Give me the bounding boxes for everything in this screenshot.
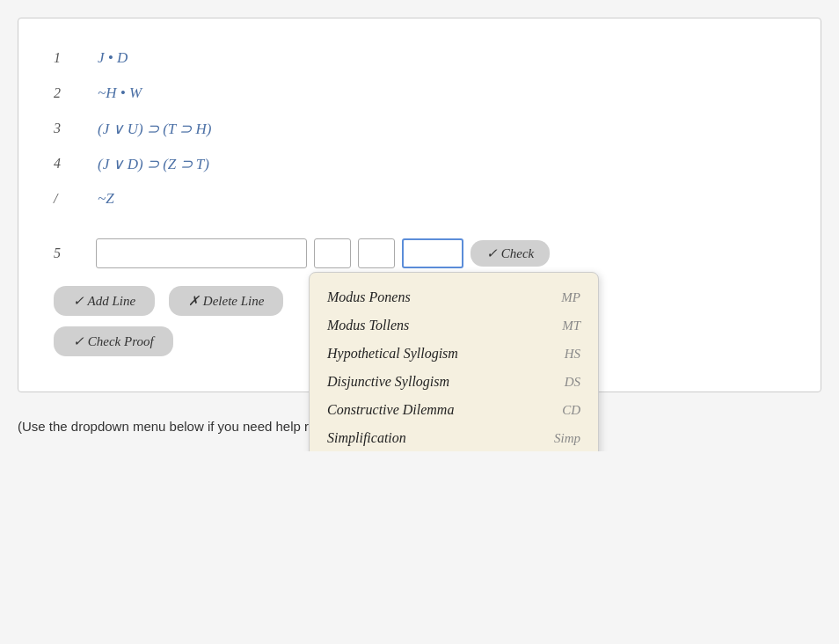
add-line-button[interactable]: ✓ Add Line [54,286,155,316]
item-name-cd: Constructive Dilemma [327,402,454,418]
proof-container: 1 J • D 2 ~H • W 3 (J ∨ U) ⊃ (T ⊃ H) 4 (… [18,18,821,392]
item-abbr-cd: CD [562,403,580,418]
line-number-4: 4 [54,156,89,172]
proof-table: 1 J • D 2 ~H • W 3 (J ∨ U) ⊃ (T ⊃ H) 4 (… [54,45,785,212]
rule-input[interactable] [402,238,463,268]
conclusion-marker: / [54,191,89,207]
dropdown-item-ds[interactable]: Disjunctive Syllogism DS [310,368,598,396]
conclusion-row: / ~Z [54,186,785,212]
dropdown-item-hs[interactable]: Hypothetical Syllogism HS [310,340,598,368]
proof-row-4: 4 (J ∨ D) ⊃ (Z ⊃ T) [54,150,785,177]
input-row-5: 5 ✓ Check Modus Ponens MP Modus Tollens … [54,238,785,268]
ref-input-2[interactable] [358,238,395,268]
new-line-number: 5 [54,245,89,261]
item-abbr-mt: MT [562,318,580,333]
delete-line-button[interactable]: ✗ Delete Line [169,286,283,316]
line-formula-1: J • D [89,49,128,67]
item-abbr-mp: MP [561,290,580,305]
proof-row-2: 2 ~H • W [54,80,785,106]
dropdown-item-simp[interactable]: Simplification Simp [310,424,598,451]
proof-row-1: 1 J • D [54,45,785,71]
rule-dropdown: Modus Ponens MP Modus Tollens MT Hypothe… [309,272,599,451]
formula-input[interactable] [96,238,307,268]
dropdown-item-mp[interactable]: Modus Ponens MP [310,283,598,311]
item-name-mp: Modus Ponens [327,289,411,305]
line-number-3: 3 [54,121,89,136]
item-abbr-ds: DS [565,375,580,390]
item-name-mt: Modus Tollens [327,318,409,333]
proof-row-3: 3 (J ∨ U) ⊃ (T ⊃ H) [54,115,785,142]
line-number-1: 1 [54,50,89,66]
line-formula-4: (J ∨ D) ⊃ (Z ⊃ T) [89,155,209,173]
conclusion-formula: ~Z [98,190,114,208]
check-proof-button[interactable]: ✓ Check Proof [54,326,173,356]
dropdown-item-mt[interactable]: Modus Tollens MT [310,311,598,340]
item-name-ds: Disjunctive Syllogism [327,374,449,390]
item-abbr-hs: HS [565,347,580,362]
line-number-2: 2 [54,85,89,101]
line-formula-3: (J ∨ U) ⊃ (T ⊃ H) [89,120,211,138]
item-name-simp: Simplification [327,430,406,446]
item-abbr-simp: Simp [554,431,580,446]
ref-input-1[interactable] [314,238,351,268]
line-formula-2: ~H • W [89,84,142,102]
item-name-hs: Hypothetical Syllogism [327,346,458,362]
dropdown-item-cd[interactable]: Constructive Dilemma CD [310,396,598,424]
check-button[interactable]: ✓ Check [471,240,550,267]
